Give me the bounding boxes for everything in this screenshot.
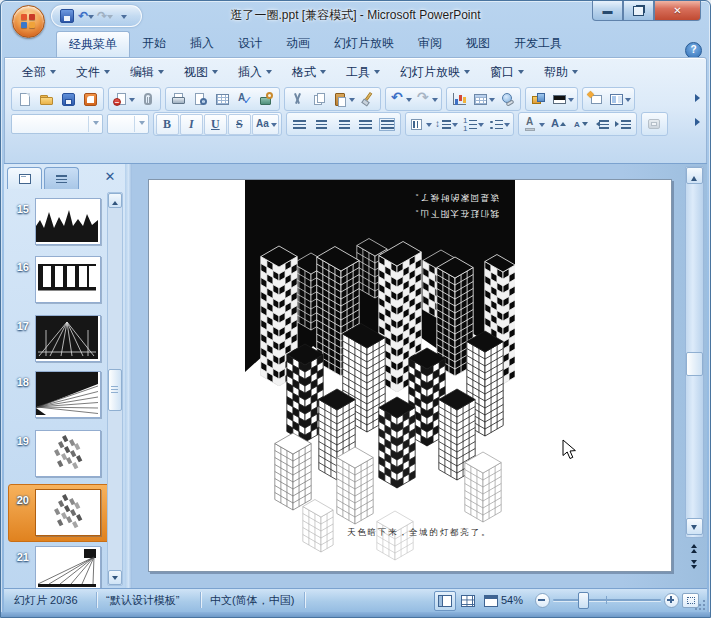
shrink-font-button[interactable] [569,115,590,134]
scroll-up-button[interactable] [108,193,122,208]
design-template-label[interactable]: “默认设计模板” [106,589,179,611]
tab-动画[interactable]: 动画 [274,31,322,57]
menu-幻灯片放映[interactable]: 幻灯片放映 [391,61,479,83]
transition-button[interactable] [644,115,665,134]
scroll-up-button[interactable] [686,167,703,184]
tab-经典菜单[interactable]: 经典菜单 [56,31,130,57]
menu-编辑[interactable]: 编辑 [121,61,173,83]
office-button[interactable] [12,5,45,38]
hyperlink-button[interactable] [497,90,518,109]
new-slide-button[interactable] [585,90,606,109]
menu-全部[interactable]: 全部 [13,61,65,83]
format-painter-button[interactable] [357,90,378,109]
scrollbar-thumb[interactable] [686,352,703,376]
tab-开发工具[interactable]: 开发工具 [502,31,574,57]
pane-splitter[interactable] [125,164,132,592]
tab-审阅[interactable]: 审阅 [406,31,454,57]
zoom-slider-thumb[interactable] [578,592,589,609]
permission-button[interactable] [111,90,136,109]
change-case-button[interactable] [252,114,279,135]
line-spacing-button[interactable] [434,115,459,134]
slide-thumbnail-20[interactable]: 20 [8,484,112,542]
open-folder-button[interactable] [36,90,57,109]
justify-button[interactable] [355,115,376,134]
tab-slides[interactable] [7,167,42,189]
align-center-button[interactable] [311,115,332,134]
numbering-button[interactable] [460,115,485,134]
print-preview-button[interactable] [190,90,211,109]
slide-image[interactable]: 我们赶在太阳下山。 该是回家的时候了。 天色暗下来，全城的灯都亮了。 [245,180,515,565]
text-direction-button[interactable] [408,115,433,134]
language-label[interactable]: 中文(简体，中国) [210,589,294,611]
copy-button[interactable] [309,90,330,109]
save-button[interactable] [58,8,76,25]
undo-button[interactable]: ↶ [77,8,95,25]
menu-窗口[interactable]: 窗口 [481,61,533,83]
tab-outline[interactable] [44,167,79,189]
menu-工具[interactable]: 工具 [337,61,389,83]
grow-font-button[interactable] [547,115,568,134]
restore-button[interactable] [623,1,654,21]
research-button[interactable] [256,90,277,109]
vertical-scrollbar[interactable] [685,166,704,594]
new-document-button[interactable] [14,90,35,109]
slide-thumbnail-15[interactable]: 15 [9,197,111,249]
normal-view-button[interactable] [434,591,456,611]
tab-设计[interactable]: 设计 [226,31,274,57]
slide-thumbnail-17[interactable]: 17 [9,314,111,366]
scrollbar-thumb[interactable] [108,369,122,411]
zoom-in-button[interactable] [664,593,679,608]
tab-幻灯片放映[interactable]: 幻灯片放映 [322,31,406,57]
menu-文件[interactable]: 文件 [67,61,119,83]
font-size-select[interactable] [107,114,149,134]
insert-chart-button[interactable] [449,90,470,109]
menu-视图[interactable]: 视图 [175,61,227,83]
minimize-button[interactable]: ▬ [592,1,623,21]
qat-customize-button[interactable] [115,8,133,25]
tab-开始[interactable]: 开始 [130,31,178,57]
close-button[interactable]: ✕ [654,1,701,21]
save-as-show-button[interactable] [80,90,101,109]
increase-indent-button[interactable] [613,115,634,134]
redo-button[interactable]: ↷ [96,8,114,25]
sidebar-scrollbar[interactable] [107,192,123,586]
slide-layout-button[interactable] [607,90,632,109]
slide-thumbnail-19[interactable]: 19 [9,429,111,481]
font-color-button[interactable] [521,115,546,134]
toolbar-overflow-icon[interactable] [695,118,704,126]
toolbar-overflow-icon[interactable] [695,94,704,102]
scroll-down-button[interactable] [108,570,122,585]
tab-视图[interactable]: 视图 [454,31,502,57]
underline-button[interactable] [204,114,227,135]
zoom-slider-track[interactable] [553,599,661,601]
combo-dropdown-button[interactable] [88,116,102,132]
slide-design-button[interactable] [550,90,575,109]
decrease-indent-button[interactable] [591,115,612,134]
slide-sorter-button[interactable] [457,591,479,611]
table-button[interactable] [471,90,496,109]
attach-button[interactable] [137,90,158,109]
slide-thumbnail-16[interactable]: 16 [9,255,111,307]
align-left-button[interactable] [289,115,310,134]
slideshow-button[interactable] [480,591,502,611]
align-right-button[interactable] [333,115,354,134]
save-button[interactable] [58,90,79,109]
menu-插入[interactable]: 插入 [229,61,281,83]
combo-dropdown-button[interactable] [134,116,148,132]
redo-button[interactable] [414,90,439,109]
menu-格式[interactable]: 格式 [283,61,335,83]
cut-button[interactable] [287,90,308,109]
distribute-button[interactable] [377,115,398,134]
slide-canvas[interactable]: 我们赶在太阳下山。 该是回家的时候了。 天色暗下来，全城的灯都亮了。 [148,179,672,572]
undo-button[interactable] [388,90,413,109]
bullets-button[interactable] [486,115,511,134]
previous-slide-button[interactable] [686,541,701,555]
zoom-out-button[interactable] [535,593,550,608]
font-name-select[interactable] [11,114,103,134]
bold-button[interactable] [156,114,179,135]
slide-thumbnail-18[interactable]: 18 [9,370,111,422]
photo-album-button[interactable] [528,90,549,109]
paste-button[interactable] [331,90,356,109]
next-slide-button[interactable] [686,557,701,571]
scroll-down-button[interactable] [686,518,703,535]
